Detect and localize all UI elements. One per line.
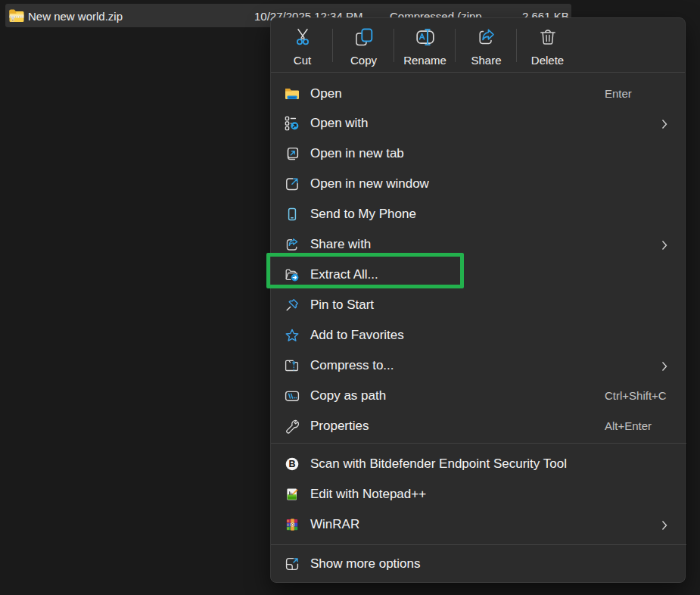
svg-text:B: B bbox=[288, 459, 295, 469]
